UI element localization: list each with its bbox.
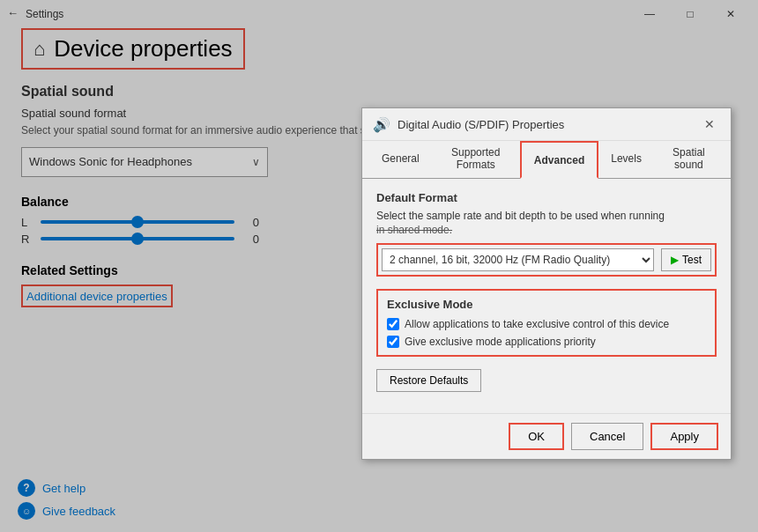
ok-button[interactable]: OK — [509, 423, 564, 450]
dialog-titlebar: 🔊 Digital Audio (S/PDIF) Properties ✕ — [362, 108, 731, 141]
test-button[interactable]: ▶ Test — [661, 248, 711, 271]
format-select[interactable]: 2 channel, 16 bit, 32000 Hz (FM Radio Qu… — [382, 248, 654, 271]
dialog-close-button[interactable]: ✕ — [699, 115, 720, 133]
dialog-overlay: 🔊 Digital Audio (S/PDIF) Properties ✕ Ge… — [0, 0, 758, 532]
tab-spatial-sound[interactable]: Spatial sound — [654, 141, 724, 178]
play-icon: ▶ — [671, 254, 679, 266]
default-format-desc1: Select the sample rate and bit depth to … — [376, 210, 717, 222]
restore-defaults-button[interactable]: Restore Defaults — [376, 369, 481, 392]
tab-general[interactable]: General — [369, 141, 432, 178]
dialog-footer: OK Cancel Apply — [362, 413, 731, 459]
dialog-body: Default Format Select the sample rate an… — [362, 179, 731, 413]
dialog-title-left: 🔊 Digital Audio (S/PDIF) Properties — [373, 116, 564, 133]
dialog-title-text: Digital Audio (S/PDIF) Properties — [398, 118, 564, 131]
default-format-desc2: in shared mode. — [376, 224, 717, 236]
format-row-box: 2 channel, 16 bit, 32000 Hz (FM Radio Qu… — [376, 243, 717, 277]
dialog-audio-icon: 🔊 — [373, 116, 390, 133]
exclusive-priority-label: Give exclusive mode applications priorit… — [405, 336, 596, 348]
test-label: Test — [682, 254, 702, 266]
exclusive-control-row: Allow applications to take exclusive con… — [387, 318, 706, 330]
cancel-button[interactable]: Cancel — [571, 423, 643, 450]
exclusive-control-checkbox[interactable] — [387, 318, 399, 330]
exclusive-mode-box: Exclusive Mode Allow applications to tak… — [376, 289, 717, 357]
exclusive-mode-title: Exclusive Mode — [387, 298, 706, 311]
apply-button[interactable]: Apply — [650, 423, 718, 450]
properties-dialog: 🔊 Digital Audio (S/PDIF) Properties ✕ Ge… — [361, 107, 732, 460]
exclusive-priority-row: Give exclusive mode applications priorit… — [387, 336, 706, 348]
exclusive-priority-checkbox[interactable] — [387, 336, 399, 348]
dialog-tabs: General Supported Formats Advanced Level… — [362, 141, 731, 179]
exclusive-control-label: Allow applications to take exclusive con… — [405, 318, 669, 330]
tab-advanced[interactable]: Advanced — [520, 141, 598, 179]
tab-supported-formats[interactable]: Supported Formats — [432, 141, 520, 178]
tab-levels[interactable]: Levels — [598, 141, 654, 178]
default-format-title: Default Format — [376, 191, 717, 204]
